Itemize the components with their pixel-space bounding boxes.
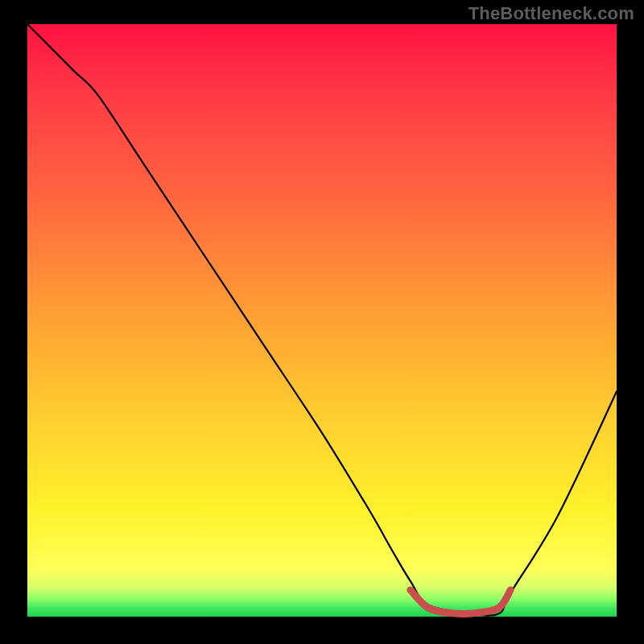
curve-layer	[27, 24, 617, 617]
bottleneck-curve	[27, 24, 617, 616]
chart-stage: TheBottleneck.com	[0, 0, 644, 644]
watermark-text: TheBottleneck.com	[469, 3, 634, 24]
plot-area	[27, 24, 617, 617]
optimal-flat-segment	[411, 590, 510, 614]
